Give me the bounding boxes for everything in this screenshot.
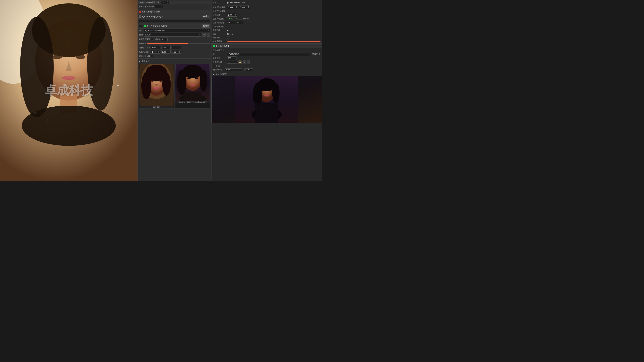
interpolation-label: 插值 — [213, 33, 226, 35]
interpolation-value: bilinear — [227, 33, 233, 35]
face-swap-section: Face swap (Insight) 95 帧率 — [138, 14, 211, 19]
post-cc-spin2[interactable]: 1.00 ▲▼ — [161, 50, 170, 54]
far-right-panel: 设备 [0] NVIDIA GeForce RT 人脸X方向偏移 0.000 ▲… — [211, 0, 322, 181]
device-dropdown[interactable]: [0] NVIDIA GeForce RTX — [144, 29, 210, 32]
avg-fps-row: 平均帧率 21.4 — [212, 48, 322, 52]
right-panel: 自动 特征点覆盖花圃 1.4 ▲▼ 在时间维度上平滑 1 ▲▼ 人脸照片驱动器 — [138, 0, 322, 181]
patch-row: ✓ 补帧 — [212, 64, 322, 68]
merged-collapse[interactable]: ▶ — [213, 73, 215, 75]
face-exchanger-section: 人脸交换器 (DFM) 25 帧率 设名 [0] NVIDIA GeForce … — [138, 24, 211, 109]
svg-point-28 — [187, 77, 191, 79]
video-output-header: 视频流输出 — [212, 44, 322, 48]
replace-all-checkbox[interactable] — [151, 38, 153, 40]
swap-face-image — [139, 64, 174, 106]
color-compress-label: 颜色压缩 — [213, 36, 226, 39]
svg-point-38 — [262, 89, 266, 91]
video-output-led — [213, 45, 215, 47]
face-photo-refresh — [142, 10, 145, 13]
output-mode-label: 通 — [213, 53, 226, 55]
save-eye-btn[interactable] — [243, 60, 246, 64]
auto-button[interactable]: 自动 — [139, 1, 145, 4]
mid-dropdown-row — [138, 19, 211, 23]
video-output-title: 视频流输出 — [220, 44, 230, 47]
face-opacity-row: 人脸透明度 — [212, 39, 322, 43]
model-label: 模型 — [139, 33, 143, 36]
face-photo-led — [139, 10, 142, 13]
swap-collapse[interactable]: ▶ — [139, 60, 141, 62]
svg-point-5 — [87, 17, 114, 111]
replace-all-label: 效更所有面孔 — [139, 38, 150, 40]
face-swap-title: Face swap (Insight) — [146, 15, 163, 17]
camera-distance-label: 会面远近 — [213, 57, 226, 59]
outer-border-spin[interactable]: 25 ▲▼ — [236, 21, 243, 24]
replace-all-row: 效更所有面孔 人脸ID 0 ▲▼ — [138, 37, 211, 41]
svg-point-36 — [253, 83, 262, 106]
patch-checkbox[interactable]: ✓ — [213, 65, 215, 67]
face-x-spin1[interactable]: 0.000 ▲▼ — [227, 5, 238, 9]
svg-point-40 — [264, 94, 269, 96]
svg-point-18 — [162, 72, 171, 96]
color-compress-checkbox[interactable] — [227, 36, 230, 39]
save-monitor-btn[interactable] — [247, 60, 250, 64]
svg-point-30 — [190, 84, 195, 86]
svg-point-8 — [52, 55, 62, 59]
pre-cc-spin3[interactable]: 1.00 ▲▼ — [172, 46, 181, 49]
swap-section-header: ▶ 换脸的脸 — [138, 59, 211, 63]
model-dropdown[interactable]: 路人女8 — [144, 33, 201, 36]
udp-label: mpegts udp:// — [213, 69, 224, 71]
post-cc-label: 后彩色马校正 — [139, 51, 150, 53]
face-scale-spinbox[interactable]: 1.00 ▲▼ — [227, 13, 237, 16]
dual-process-checkbox[interactable] — [151, 55, 153, 57]
merged-section-header: ▶ 合成后的面部 — [212, 72, 322, 76]
mid-dropdown[interactable] — [139, 20, 210, 22]
video-area: M T 卓成科技 + — [0, 0, 138, 181]
preprocess-slider[interactable] — [148, 43, 210, 44]
device-row: 设名 [0] NVIDIA GeForce RTX — [138, 28, 211, 32]
save-folder-btn[interactable] — [238, 60, 242, 64]
window-label: 窗口显 — [312, 53, 318, 55]
dfm-left-dropdown[interactable] — [139, 25, 143, 27]
face-x-row: 人脸X方向偏移 0.000 ▲▼ 0.000 ▲▼ — [212, 5, 322, 9]
camera-preview: M T — [212, 76, 322, 123]
face-model-label: 边罩两种类型 — [213, 17, 226, 20]
dfm-refresh — [147, 25, 150, 27]
model-row: 模型 路人女8 — [138, 32, 211, 37]
udp-input[interactable]: 127.0.0.1 — [225, 68, 242, 71]
swap-face-label: 换脸的脸 — [142, 60, 150, 62]
merged-section-label: 合成后的面部 — [216, 73, 227, 76]
color-transfer-row: 色彩迁移 rct — [212, 28, 322, 32]
pre-cc-spin1[interactable]: 1.00 ▲▼ — [151, 46, 160, 49]
time-smooth-spinbox[interactable]: 1 ▲▼ — [155, 5, 163, 8]
face-x-spin2[interactable]: 0.000 ▲▼ — [239, 5, 250, 9]
time-smooth-row: 在时间维度上平滑 1 ▲▼ — [138, 4, 211, 9]
preprocess-label: 预先检化 — [139, 42, 146, 45]
svg-point-10 — [62, 76, 76, 80]
feature-spinbox[interactable]: 1.4 ▲▼ — [161, 1, 169, 4]
output-mode-row: 通 合成后的画面 窗口显 显 — [212, 52, 322, 56]
post-cc-spin3[interactable]: 1.00 ▲▼ — [172, 50, 181, 54]
model-info-btn[interactable] — [206, 33, 210, 36]
output-mode-dropdown[interactable]: 合成后的画面 — [227, 52, 311, 56]
save-seq-input[interactable]: ... — [227, 61, 237, 63]
face-opacity-slider[interactable] — [227, 41, 321, 41]
svg-point-27 — [200, 70, 207, 91]
dfm-title: 人脸交换器 (DFM) — [150, 25, 167, 27]
face-y-label: 人脸Y方向偏移 — [213, 10, 226, 12]
post-cc-spin1[interactable]: 1.00 ▲▼ — [151, 50, 160, 54]
face-photo-driver-section: 人脸照片驱动器 — [138, 9, 211, 14]
svg-point-21 — [155, 84, 158, 86]
avg-fps-label: 平均帧率 21.4 — [213, 49, 226, 51]
pre-cc-spin2[interactable]: 1.00 ▲▼ — [161, 46, 170, 49]
pre-cc-row: 前彩色马校正 1.00 ▲▼ 1.00 ▲▼ 1.00 ▲▼ — [138, 45, 211, 50]
face-id-spinbox[interactable]: 0 ▲▼ — [161, 37, 168, 41]
inner-border-spin[interactable]: 15 ▲▼ — [227, 21, 235, 24]
window-abbr: 显 — [319, 53, 321, 55]
dual-process-label: 双重处理人脸 — [139, 55, 150, 57]
svg-text:M: M — [261, 107, 262, 109]
port-input[interactable]: 1226 — [244, 68, 253, 71]
mid-panel: 自动 特征点覆盖花圃 1.4 ▲▼ 在时间维度上平滑 1 ▲▼ 人脸照片驱动器 — [138, 0, 211, 181]
far-device-value: [0] NVIDIA GeForce RT — [227, 1, 246, 3]
camera-distance-spinbox[interactable]: 200 ▲▼ — [227, 56, 236, 60]
model-eye-btn[interactable] — [202, 33, 206, 36]
preview-container: 224x224 — [139, 64, 210, 108]
